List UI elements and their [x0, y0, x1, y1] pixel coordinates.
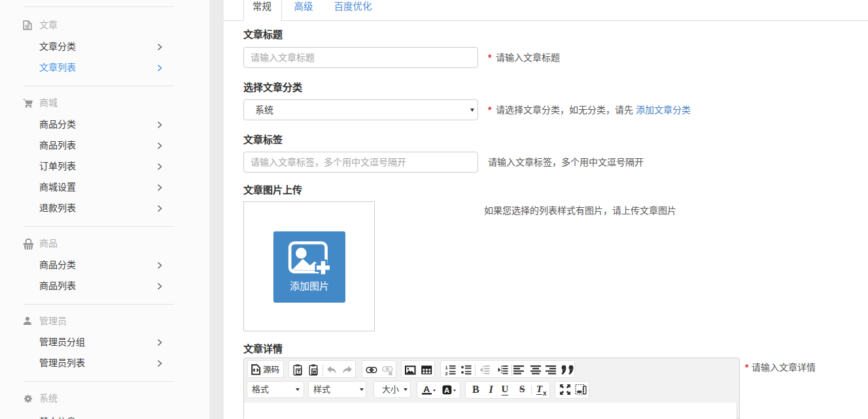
- svg-text:A: A: [423, 384, 430, 394]
- svg-text:2: 2: [445, 371, 447, 377]
- svg-text:1: 1: [445, 365, 447, 371]
- svg-text:A: A: [444, 386, 449, 394]
